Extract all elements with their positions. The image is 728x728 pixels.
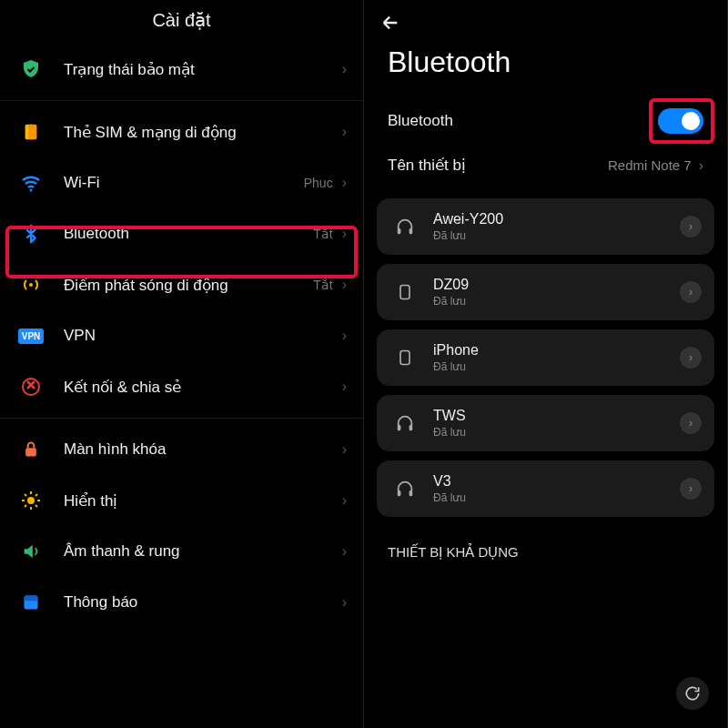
divider: [0, 100, 363, 101]
row-label: Trạng thái bảo mật: [64, 60, 342, 79]
chevron-right-icon: ›: [342, 379, 347, 395]
row-label: Âm thanh & rung: [64, 542, 342, 561]
shield-check-icon: [18, 56, 44, 82]
chevron-right-icon: ›: [342, 226, 347, 242]
svg-rect-16: [25, 596, 38, 602]
row-value: Tắt: [313, 278, 332, 292]
row-label: Bluetooth: [64, 225, 313, 243]
headphones-icon: [393, 411, 417, 435]
svg-rect-21: [398, 425, 401, 430]
device-name: iPhone: [433, 342, 680, 359]
svg-line-13: [25, 505, 26, 507]
svg-point-6: [27, 497, 35, 504]
row-label: Hiển thị: [64, 491, 342, 511]
back-row: [364, 0, 727, 38]
row-security-status[interactable]: Trạng thái bảo mật ›: [0, 44, 363, 95]
row-label: Kết nối & chia sẻ: [64, 378, 342, 397]
row-sound[interactable]: Âm thanh & rung ›: [0, 526, 363, 577]
svg-rect-19: [400, 286, 410, 299]
row-label: Điểm phát sóng di động: [64, 276, 313, 295]
row-bluetooth[interactable]: Bluetooth Tắt ›: [0, 208, 363, 259]
toggle-label: Bluetooth: [388, 112, 658, 130]
svg-point-4: [23, 379, 39, 395]
chevron-right-icon: ›: [342, 441, 347, 458]
device-item[interactable]: Awei-Y200 Đã lưu ›: [377, 198, 714, 255]
row-display[interactable]: Hiển thị ›: [0, 475, 363, 526]
settings-screen: Cài đặt Trạng thái bảo mật › Thẻ SIM & m…: [0, 0, 364, 728]
svg-rect-5: [25, 448, 36, 456]
device-item[interactable]: DZ09 Đã lưu ›: [377, 264, 714, 320]
row-hotspot[interactable]: Điểm phát sóng di động Tắt ›: [0, 259, 363, 310]
chevron-right-icon: ›: [342, 328, 347, 344]
wifi-icon: [18, 170, 44, 196]
row-share[interactable]: Kết nối & chia sẻ ›: [0, 361, 363, 412]
device-more-icon[interactable]: ›: [680, 216, 702, 238]
row-sim[interactable]: Thẻ SIM & mạng di động ›: [0, 106, 363, 157]
divider: [0, 418, 363, 419]
device-status: Đã lưu: [433, 426, 680, 439]
notification-icon: [18, 590, 44, 615]
share-icon: [18, 374, 44, 399]
vpn-icon: VPN: [18, 323, 44, 349]
device-name: DZ09: [433, 277, 680, 293]
device-item[interactable]: iPhone Đã lưu ›: [377, 329, 714, 386]
svg-rect-23: [398, 490, 401, 496]
device-more-icon[interactable]: ›: [680, 281, 702, 303]
row-label: VPN: [64, 327, 342, 345]
row-label: Thông báo: [64, 593, 342, 612]
device-status: Đã lưu: [433, 360, 680, 373]
bluetooth-icon: [18, 221, 44, 247]
device-item[interactable]: V3 Đã lưu ›: [377, 460, 714, 517]
page-title: Cài đặt: [0, 0, 363, 44]
svg-line-11: [25, 494, 26, 496]
svg-rect-20: [400, 351, 410, 365]
chevron-right-icon: ›: [342, 277, 347, 293]
row-vpn[interactable]: VPN VPN ›: [0, 310, 363, 361]
svg-rect-17: [398, 228, 401, 234]
lock-icon: [18, 437, 44, 462]
svg-rect-24: [410, 490, 413, 496]
refresh-button[interactable]: [676, 677, 709, 710]
bluetooth-toggle[interactable]: [658, 108, 703, 134]
bluetooth-screen: Bluetooth Bluetooth Tên thiết bị Redmi N…: [364, 0, 728, 728]
device-name-row[interactable]: Tên thiết bị Redmi Note 7 ›: [364, 145, 727, 186]
device-item[interactable]: TWS Đã lưu ›: [377, 395, 714, 451]
row-label: Wi-Fi: [64, 174, 304, 192]
sun-icon: [18, 488, 44, 513]
bluetooth-toggle-row: Bluetooth: [364, 97, 727, 145]
row-notifications[interactable]: Thông báo ›: [0, 577, 363, 628]
chevron-right-icon: ›: [699, 157, 703, 174]
chevron-right-icon: ›: [342, 175, 347, 191]
svg-point-3: [29, 283, 33, 287]
device-status: Đã lưu: [433, 295, 680, 308]
svg-point-2: [30, 189, 33, 192]
row-label: Thẻ SIM & mạng di động: [64, 123, 342, 142]
svg-rect-1: [28, 125, 36, 140]
device-more-icon[interactable]: ›: [680, 347, 702, 369]
device-name: TWS: [433, 408, 680, 424]
chevron-right-icon: ›: [342, 492, 347, 509]
chevron-right-icon: ›: [342, 124, 347, 140]
row-wifi[interactable]: Wi-Fi Phuc ›: [0, 157, 363, 208]
device-name-value: Redmi Note 7: [608, 157, 692, 173]
phone-icon: [393, 280, 417, 304]
sim-icon: [18, 119, 44, 145]
device-status: Đã lưu: [433, 491, 680, 504]
device-name: Awei-Y200: [433, 211, 680, 228]
phone-icon: [393, 346, 417, 369]
svg-rect-18: [410, 228, 413, 234]
chevron-right-icon: ›: [342, 61, 347, 77]
row-label: Màn hình khóa: [64, 440, 342, 459]
back-icon[interactable]: [380, 13, 711, 33]
saved-devices-list: Awei-Y200 Đã lưu › DZ09 Đã lưu › iPhone …: [364, 186, 727, 530]
chevron-right-icon: ›: [342, 594, 347, 611]
svg-line-12: [35, 505, 37, 507]
available-devices-label: THIẾT BỊ KHẢ DỤNG: [364, 530, 727, 566]
device-more-icon[interactable]: ›: [680, 478, 702, 500]
headphones-icon: [393, 215, 417, 238]
page-title: Bluetooth: [364, 38, 727, 97]
device-more-icon[interactable]: ›: [680, 412, 702, 434]
svg-rect-22: [410, 425, 413, 430]
speaker-icon: [18, 539, 44, 564]
row-lockscreen[interactable]: Màn hình khóa ›: [0, 424, 363, 475]
